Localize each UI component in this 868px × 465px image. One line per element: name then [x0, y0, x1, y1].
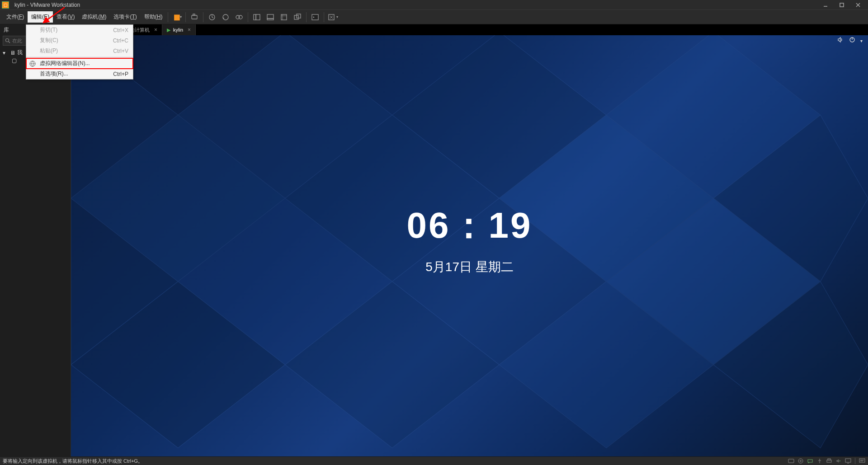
send-ctrl-alt-del-button[interactable]: [188, 11, 201, 23]
menu-label: 复制(C): [40, 37, 58, 44]
statusbar: 要将输入定向到该虚拟机，请将鼠标指针移入其中或按 Ctrl+G。: [0, 456, 868, 465]
pause-vm-button[interactable]: ▮▮▾: [170, 11, 183, 23]
network-adapter-icon[interactable]: [807, 458, 813, 464]
vmware-app-icon: ▢: [2, 1, 9, 9]
status-device-icons: [788, 458, 865, 464]
volume-icon[interactable]: [837, 36, 844, 45]
toolbar-separator: [248, 12, 248, 22]
show-thumbnail-button[interactable]: [264, 11, 277, 23]
svg-rect-10: [254, 14, 256, 20]
chevron-down-icon[interactable]: ▾: [860, 38, 863, 43]
main-area: 的计算机 × ▶ kylin ×: [71, 24, 868, 456]
edit-virtual-network-editor[interactable]: 虚拟网络编辑器(N)...: [26, 58, 133, 69]
svg-point-9: [239, 15, 242, 19]
monitor-icon: 🖥: [10, 50, 15, 56]
svg-point-27: [800, 460, 802, 462]
svg-rect-31: [828, 459, 830, 460]
unity-button[interactable]: [291, 11, 304, 23]
svg-point-7: [223, 14, 228, 20]
menu-separator: [26, 57, 133, 57]
tab-strip: 的计算机 × ▶ kylin ×: [71, 24, 868, 35]
svg-rect-13: [267, 19, 274, 20]
close-button[interactable]: [854, 1, 863, 9]
console-view-button[interactable]: [309, 11, 321, 23]
power-icon[interactable]: [849, 36, 856, 45]
close-icon[interactable]: ×: [188, 27, 191, 33]
guest-date: 5月17日 星期二: [407, 258, 533, 276]
toolbar-separator: [324, 12, 324, 22]
svg-rect-28: [808, 460, 812, 462]
menubar: 文件(F) 编辑(E) 查看(V) 虚拟机(M) 选项卡(T) 帮助(H) ▮▮…: [0, 10, 868, 24]
guest-lock-clock: 06：19 5月17日 星期二: [407, 202, 533, 276]
edit-cut[interactable]: 剪切(T) Ctrl+X: [26, 25, 133, 35]
edit-paste[interactable]: 粘贴(P) Ctrl+V: [26, 46, 133, 56]
menu-label: 剪切(T): [40, 26, 57, 34]
maximize-button[interactable]: [837, 1, 846, 9]
window-title: kylin - VMware Workstation: [14, 2, 821, 8]
hdd-icon[interactable]: [788, 458, 794, 464]
vm-running-icon: ▶: [167, 27, 170, 33]
svg-rect-1: [840, 3, 844, 7]
snapshot-revert-button[interactable]: [219, 11, 232, 23]
guest-top-panel: ▾: [831, 35, 868, 46]
tree-label: 我: [17, 49, 23, 56]
window-controls: [821, 1, 863, 9]
menu-label: 首选项(R)...: [40, 70, 68, 78]
search-icon: [5, 38, 10, 43]
menu-help[interactable]: 帮助(H): [141, 11, 166, 23]
menu-label: 粘贴(P): [40, 47, 58, 55]
svg-rect-35: [859, 459, 865, 462]
menu-shortcut: Ctrl+V: [113, 48, 128, 54]
guest-viewport[interactable]: ▾ 06：19 5月17日 星期二: [71, 35, 868, 456]
svg-rect-30: [827, 460, 831, 462]
edit-copy[interactable]: 复制(C) Ctrl+C: [26, 35, 133, 46]
cd-icon[interactable]: [798, 458, 803, 464]
status-message: 要将输入定向到该虚拟机，请将鼠标指针移入其中或按 Ctrl+G。: [3, 458, 788, 465]
menu-vm[interactable]: 虚拟机(M): [78, 11, 110, 23]
usb-icon[interactable]: [817, 458, 822, 464]
menu-shortcut: Ctrl+P: [113, 71, 128, 77]
edit-menu-dropdown: 剪切(T) Ctrl+X 复制(C) Ctrl+C 粘贴(P) Ctrl+V 虚…: [26, 24, 133, 80]
minimize-button[interactable]: [821, 1, 830, 9]
edit-preferences[interactable]: 首选项(R)... Ctrl+P: [26, 69, 133, 79]
tab-label: kylin: [173, 27, 183, 33]
menu-view[interactable]: 查看(V): [53, 11, 78, 23]
statusbar-separator: [855, 458, 855, 464]
menu-edit[interactable]: 编辑(E): [28, 11, 53, 23]
show-library-button[interactable]: [250, 11, 263, 23]
svg-rect-17: [312, 14, 318, 20]
close-icon[interactable]: ×: [154, 27, 157, 33]
toolbar-separator: [185, 12, 186, 22]
sound-icon[interactable]: [836, 458, 841, 464]
stretch-guest-button[interactable]: ▾: [326, 11, 339, 23]
toolbar-separator: [168, 12, 168, 22]
titlebar: ▢ kylin - VMware Workstation: [0, 0, 868, 10]
snapshot-take-button[interactable]: [206, 11, 218, 23]
svg-rect-33: [845, 459, 851, 462]
svg-rect-12: [267, 14, 274, 19]
svg-point-29: [808, 462, 809, 463]
guest-time: 06：19: [407, 202, 533, 250]
menu-label: 虚拟网络编辑器(N)...: [40, 60, 90, 67]
tab-kylin[interactable]: ▶ kylin ×: [162, 24, 196, 35]
menu-shortcut: Ctrl+X: [113, 27, 128, 33]
toolbar-separator: [306, 12, 307, 22]
fullscreen-button[interactable]: [278, 11, 290, 23]
expand-icon: ▾: [3, 50, 8, 56]
network-icon: [29, 60, 36, 67]
toolbar-separator: [203, 12, 203, 22]
message-log-icon[interactable]: [859, 458, 865, 464]
svg-rect-14: [281, 14, 287, 20]
printer-icon[interactable]: [826, 458, 832, 464]
svg-rect-25: [788, 459, 794, 463]
svg-line-22: [9, 42, 10, 43]
menu-file[interactable]: 文件(F): [3, 11, 28, 23]
library-sidebar: 库 ▾ 🖥 我 ▢: [0, 24, 71, 456]
display-icon[interactable]: [845, 458, 851, 464]
svg-rect-5: [193, 14, 195, 15]
svg-rect-4: [192, 15, 197, 19]
menu-shortcut: Ctrl+C: [113, 38, 128, 44]
menu-tabs[interactable]: 选项卡(T): [110, 11, 140, 23]
snapshot-manager-button[interactable]: [233, 11, 245, 23]
svg-rect-11: [256, 14, 260, 20]
